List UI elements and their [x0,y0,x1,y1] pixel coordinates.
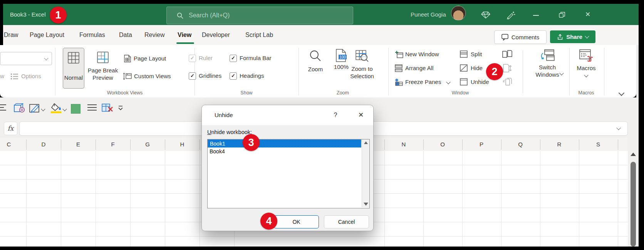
list-item-book4[interactable]: Book4 [208,148,361,156]
help-icon[interactable]: ? [330,105,341,125]
hide-button[interactable]: Hide [471,65,483,71]
column-header-r[interactable]: R [544,138,575,151]
more-commands-icon[interactable] [118,106,123,111]
ruler-checkbox: ✓ [189,55,196,62]
cube-icon[interactable] [14,103,25,113]
grid-line [384,151,385,247]
grid-line [61,151,61,247]
header-separator [96,139,96,150]
fill-color-icon[interactable] [51,103,62,113]
workbook-listbox[interactable]: Book1 Book4 [207,139,370,208]
column-header-c[interactable]: C [0,138,24,151]
headings-checkbox[interactable]: ✓ [230,72,237,80]
new-window-button[interactable]: New Window [405,51,439,57]
switch-windows-button[interactable]: Switch Windows [532,48,563,78]
view-side-by-side-icon[interactable] [502,50,512,58]
step-badge-4: 4 [260,213,277,230]
share-icon [557,34,563,40]
share-button[interactable]: Share [550,30,595,43]
tab-script-lab[interactable]: Script Lab [245,25,273,45]
dialog-close-icon[interactable]: ✕ [354,105,367,125]
grid-line [423,151,424,247]
listbox-scrollbar[interactable] [362,139,369,207]
arrange-all-button[interactable]: Arrange All [405,65,433,71]
group-label-macros: Macros [555,90,617,96]
scrollbar-thumb[interactable] [631,162,636,247]
group-label-workbook-views: Workbook Views [94,90,156,96]
ok-button[interactable]: OK [274,215,319,228]
formula-bar-checkbox[interactable]: ✓ [230,55,237,62]
page-layout-view-icon [124,55,131,62]
headings-label: Headings [240,72,264,79]
diamond-icon[interactable] [481,11,491,19]
column-header-f[interactable]: F [97,138,128,151]
delete-cell-icon[interactable] [102,103,113,112]
macros-button[interactable]: Macros [573,48,599,78]
gridlines-checkbox[interactable]: ✓ [189,72,196,80]
dialog-title-bar[interactable]: Unhide ? ✕ [202,105,373,125]
listbox-scroll-down-arrow[interactable] [364,203,368,206]
tab-draw[interactable]: Draw [4,25,18,45]
column-header-o[interactable]: O [427,138,458,151]
align-lines-icon[interactable] [87,103,97,112]
custom-views-icon [123,73,132,80]
column-header-q[interactable]: Q [505,138,536,151]
search-icon [177,12,183,19]
restore-button[interactable] [559,12,565,18]
synchronous-scrolling-icon [502,64,512,72]
page-layout-view-button[interactable]: Page Layout [134,55,166,62]
sparkle-pen-icon[interactable] [506,11,515,19]
tab-review[interactable]: Review [144,25,164,45]
formula-bar-label: Formula Bar [240,55,272,61]
zoom-button[interactable]: Zoom [307,48,324,72]
switch-windows-icon [540,49,555,62]
chevron-down-icon [44,56,48,60]
column-header-g[interactable]: G [132,138,163,151]
scroll-up-arrow[interactable] [631,153,636,156]
column-header-n[interactable]: N [388,138,419,151]
column-header-p[interactable]: P [466,138,497,151]
tab-data[interactable]: Data [119,25,132,45]
column-header-e[interactable]: E [63,138,94,151]
unhide-dialog: Unhide ? ✕ Unhide workbook: Book1 Book4 … [201,105,374,231]
list-item-book1[interactable]: Book1 [208,139,361,148]
draw-shape-icon[interactable] [29,103,40,113]
custom-views-button[interactable]: Custom Views [134,73,171,79]
partial-align-icon [0,103,6,112]
unhide-button[interactable]: Unhide [471,79,489,85]
group-label-show: Show [216,90,277,96]
step-badge-1: 1 [50,7,67,23]
column-header-s[interactable]: S [583,138,614,151]
sheet-view-combobox[interactable] [0,52,52,65]
window-title: Book3 - Excel [10,4,46,25]
normal-view-button[interactable]: Normal [63,48,84,89]
comments-button[interactable]: Comments [494,30,547,44]
comments-icon [501,34,508,40]
close-button[interactable]: ✕ [582,4,594,25]
avatar[interactable] [451,6,466,20]
freeze-panes-icon [394,78,403,86]
reset-window-position-icon [502,78,512,86]
listbox-scroll-up-arrow[interactable] [364,141,368,144]
zoom-to-selection-button[interactable]: Zoom to Selection [345,48,379,80]
header-separator [501,139,501,150]
macros-icon [579,49,593,62]
options-icon [11,73,18,80]
tab-formulas[interactable]: Formulas [79,25,105,45]
color-swatch-green[interactable] [71,104,80,114]
column-header-d[interactable]: D [28,138,59,151]
split-button[interactable]: Split [471,51,482,57]
tab-page-layout[interactable]: Page Layout [30,25,64,45]
fx-icon[interactable]: fx [4,122,17,135]
grid-line [130,151,131,247]
tab-developer[interactable]: Developer [202,25,230,45]
page-break-preview-button[interactable]: Page Break Preview [85,48,121,81]
sheet-view-options-button: Options [21,73,41,79]
search-input[interactable]: Search (Alt+Q) [166,7,353,24]
cancel-button[interactable]: Cancel [324,215,369,228]
freeze-panes-button[interactable]: Freeze Panes [405,79,441,85]
user-name: Puneet Gogia [411,4,446,25]
minimize-button[interactable] [533,15,539,16]
zoom-to-selection-icon [356,50,369,62]
column-header-h[interactable]: H [167,138,198,151]
